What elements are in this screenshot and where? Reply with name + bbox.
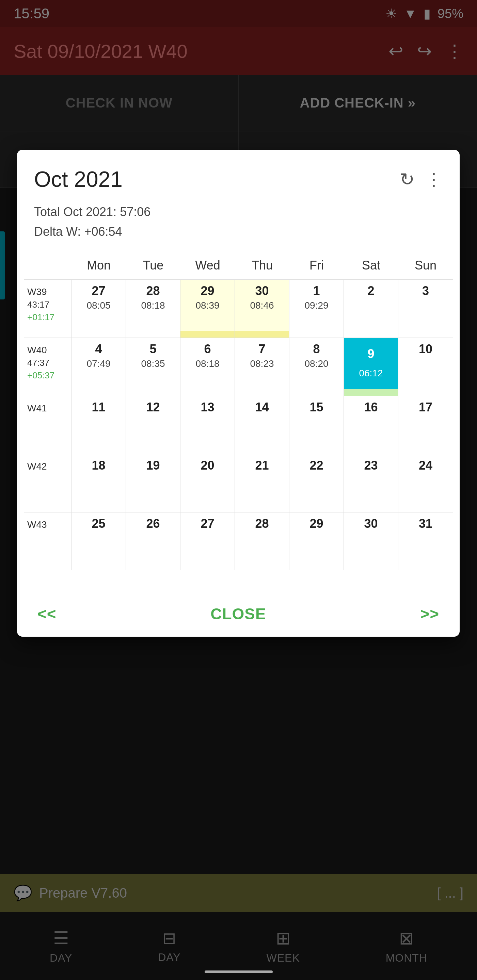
day-time: 08:35 [141, 358, 165, 369]
week-hours-w40: 47:37 [27, 356, 68, 369]
close-modal-button[interactable]: CLOSE [211, 605, 266, 623]
day-time: 06:12 [359, 368, 383, 379]
day-cell-3-oct[interactable]: 3 [398, 280, 453, 337]
day-cell-26[interactable]: 26 [126, 512, 180, 570]
yellow-highlight [180, 331, 235, 337]
header-mon: Mon [72, 251, 126, 279]
home-indicator [205, 970, 273, 973]
header-thu: Thu [235, 251, 289, 279]
header-sat: Sat [344, 251, 398, 279]
more-options-icon[interactable]: ⋮ [425, 169, 443, 189]
day-cell-4[interactable]: 4 07:49 [72, 338, 126, 396]
modal-spacer [17, 570, 459, 591]
day-cell-29[interactable]: 29 [289, 512, 344, 570]
day-cell-6[interactable]: 6 08:18 [180, 338, 235, 396]
calendar-header-row: Mon Tue Wed Thu Fri Sat Sun [24, 251, 453, 280]
day-num: 4 [95, 342, 102, 356]
day-cell-2-oct[interactable]: 2 [344, 280, 398, 337]
modal-footer: << CLOSE >> [17, 591, 459, 637]
day-num: 8 [313, 342, 320, 356]
header-fri: Fri [289, 251, 344, 279]
today-circle: 9 [359, 342, 383, 366]
modal-header-icons: ↻ ⋮ [400, 169, 443, 189]
today-bottom-highlight [344, 389, 398, 396]
day-num: 16 [364, 400, 378, 414]
day-time: 08:05 [86, 300, 110, 311]
day-cell-20[interactable]: 20 [180, 454, 235, 512]
day-cell-18[interactable]: 18 [72, 454, 126, 512]
day-cell-24[interactable]: 24 [398, 454, 453, 512]
day-cell-31[interactable]: 31 [398, 512, 453, 570]
day-num: 25 [92, 517, 105, 531]
day-cell-27[interactable]: 27 [180, 512, 235, 570]
day-time: 09:29 [305, 300, 328, 311]
day-num: 27 [92, 284, 105, 298]
day-time: 08:23 [250, 358, 274, 369]
day-cell-29-sep[interactable]: 29 08:39 [180, 280, 235, 337]
refresh-icon[interactable]: ↻ [400, 169, 415, 189]
day-num: 23 [364, 458, 378, 473]
day-cell-1-oct[interactable]: 1 09:29 [289, 280, 344, 337]
day-cell-13[interactable]: 13 [180, 396, 235, 454]
prev-month-button[interactable]: << [37, 605, 56, 623]
calendar: Mon Tue Wed Thu Fri Sat Sun W39 43:17 +0… [17, 251, 459, 570]
day-num: 29 [201, 284, 214, 298]
header-wed: Wed [180, 251, 235, 279]
week-num-w42: W42 [27, 460, 68, 473]
day-cell-21[interactable]: 21 [235, 454, 289, 512]
day-cell-30-sep[interactable]: 30 08:46 [235, 280, 289, 337]
day-cell-9-today[interactable]: 9 06:12 [344, 338, 398, 396]
day-cell-28-sep[interactable]: 28 08:18 [126, 280, 180, 337]
day-cell-19[interactable]: 19 [126, 454, 180, 512]
calendar-row-w40: W40 47:37 +05:37 4 07:49 5 08:35 6 08:18… [24, 338, 453, 396]
week-cell-w39: W39 43:17 +01:17 [24, 280, 72, 337]
day-cell-28[interactable]: 28 [235, 512, 289, 570]
day-cell-10[interactable]: 10 [398, 338, 453, 396]
yellow-highlight [235, 331, 289, 337]
day-cell-22[interactable]: 22 [289, 454, 344, 512]
day-num: 5 [150, 342, 156, 356]
week-cell-w42: W42 [24, 454, 72, 512]
header-tue: Tue [126, 251, 180, 279]
delta-label: Delta W: +06:54 [34, 222, 443, 242]
day-num: 27 [201, 517, 214, 531]
day-num: 26 [146, 517, 160, 531]
day-num: 12 [146, 400, 160, 414]
modal-totals: Total Oct 2021: 57:06 Delta W: +06:54 [17, 199, 459, 251]
calendar-row-w39: W39 43:17 +01:17 27 08:05 28 08:18 29 08… [24, 280, 453, 338]
day-time: 08:20 [305, 358, 328, 369]
day-num: 7 [258, 342, 265, 356]
day-time: 08:46 [250, 300, 274, 311]
week-cell-w41: W41 [24, 396, 72, 454]
day-cell-17[interactable]: 17 [398, 396, 453, 454]
day-cell-16[interactable]: 16 [344, 396, 398, 454]
day-num: 3 [422, 284, 429, 298]
day-cell-5[interactable]: 5 08:35 [126, 338, 180, 396]
day-cell-25[interactable]: 25 [72, 512, 126, 570]
day-num: 17 [419, 400, 432, 414]
calendar-row-w43: W43 25 26 27 28 29 30 31 [24, 512, 453, 570]
day-cell-8[interactable]: 8 08:20 [289, 338, 344, 396]
day-cell-14[interactable]: 14 [235, 396, 289, 454]
day-cell-27-sep[interactable]: 27 08:05 [72, 280, 126, 337]
day-cell-11[interactable]: 11 [72, 396, 126, 454]
day-cell-12[interactable]: 12 [126, 396, 180, 454]
week-num-w40: W40 [27, 343, 68, 356]
day-num: 10 [419, 342, 432, 356]
day-cell-30[interactable]: 30 [344, 512, 398, 570]
week-delta-w39: +01:17 [27, 311, 68, 323]
day-num: 18 [92, 458, 105, 473]
day-time: 08:18 [195, 358, 219, 369]
day-cell-15[interactable]: 15 [289, 396, 344, 454]
day-cell-7[interactable]: 7 08:23 [235, 338, 289, 396]
day-time: 08:39 [195, 300, 219, 311]
day-num: 24 [419, 458, 432, 473]
day-num: 28 [146, 284, 160, 298]
day-num: 13 [201, 400, 214, 414]
next-month-button[interactable]: >> [420, 605, 439, 623]
day-num: 22 [309, 458, 323, 473]
modal-title: Oct 2021 [34, 167, 123, 192]
today-num: 9 [367, 347, 374, 361]
total-label: Total Oct 2021: 57:06 [34, 202, 443, 222]
day-cell-23[interactable]: 23 [344, 454, 398, 512]
